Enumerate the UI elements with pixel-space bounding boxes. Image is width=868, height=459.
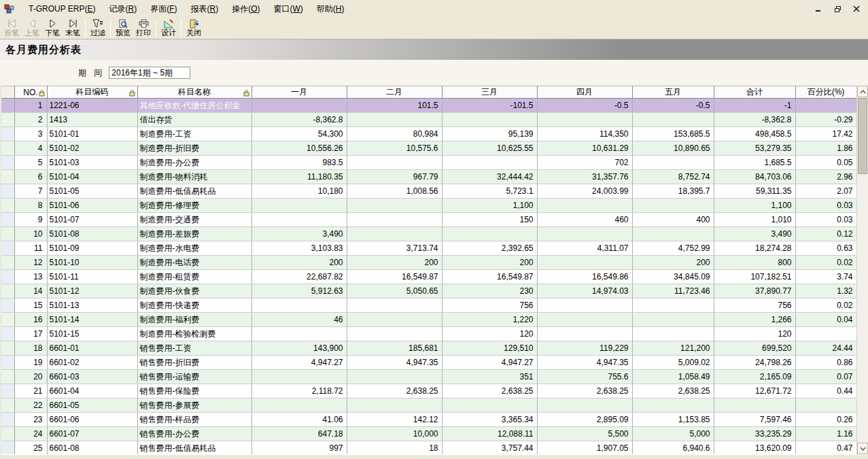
restore-button[interactable] <box>830 3 845 14</box>
cell-m1[interactable] <box>251 327 347 341</box>
row-indicator[interactable] <box>1 141 14 156</box>
cell-m5[interactable]: 400 <box>632 213 714 227</box>
cell-m2[interactable] <box>347 313 442 327</box>
cell-total[interactable]: 59,311.35 <box>714 184 795 199</box>
column-header-name[interactable]: 科目名称 <box>137 86 251 99</box>
cell-name[interactable]: 制造费用-电话费 <box>137 256 251 270</box>
column-header-percent[interactable]: 百分比(%) <box>795 86 856 99</box>
cell-m2[interactable] <box>347 156 442 170</box>
cell-code[interactable]: 5101-09 <box>47 241 137 256</box>
preview-button[interactable]: 预览 <box>113 18 133 39</box>
cell-code[interactable]: 5101-08 <box>47 227 137 241</box>
menu-item-window[interactable]: 窗口(W) <box>267 1 310 17</box>
cell-code[interactable]: 5101-06 <box>47 199 137 213</box>
cell-total[interactable]: -1 <box>714 99 795 113</box>
cell-m1[interactable]: 41.06 <box>251 413 347 427</box>
cell-total[interactable]: 24,798.26 <box>714 356 795 370</box>
cell-m2[interactable]: 1,008.56 <box>347 184 442 199</box>
cell-code[interactable]: 5101-10 <box>47 256 137 270</box>
cell-m5[interactable]: -0.5 <box>632 99 714 113</box>
close-button[interactable] <box>849 3 864 14</box>
cell-m4[interactable] <box>537 227 632 241</box>
cell-no[interactable]: 13 <box>14 270 47 284</box>
row-indicator[interactable] <box>1 99 14 113</box>
cell-name[interactable]: 销售费用-低值易耗品 <box>137 441 251 455</box>
cell-no[interactable]: 7 <box>14 184 47 199</box>
cell-m2[interactable]: 18 <box>347 441 442 455</box>
row-indicator[interactable] <box>1 313 14 327</box>
cell-m4[interactable] <box>537 113 632 127</box>
cell-m5[interactable] <box>632 398 714 413</box>
cell-no[interactable]: 17 <box>14 327 47 341</box>
row-indicator[interactable] <box>1 170 14 184</box>
cell-name[interactable]: 制造费用-水电费 <box>137 241 251 256</box>
cell-m1[interactable]: 22,687.82 <box>251 270 347 284</box>
cell-m2[interactable]: 10,000 <box>347 427 442 441</box>
cell-m5[interactable]: 5,000 <box>632 427 714 441</box>
cell-m1[interactable]: 11,180.35 <box>251 170 347 184</box>
cell-m5[interactable] <box>632 199 714 213</box>
cell-total[interactable]: 1,100 <box>714 199 795 213</box>
cell-m1[interactable] <box>251 398 347 413</box>
cell-m3[interactable]: 12,088.11 <box>442 427 537 441</box>
menu-item-records[interactable]: 记录(R) <box>102 1 143 17</box>
cell-no[interactable]: 6 <box>14 170 47 184</box>
cell-m5[interactable]: 5,009.02 <box>632 356 714 370</box>
cell-pct[interactable]: 0.86 <box>795 356 856 370</box>
column-header-mar[interactable]: 三月 <box>442 86 537 99</box>
cell-total[interactable]: 107,182.51 <box>714 270 795 284</box>
app-icon[interactable] <box>4 4 15 14</box>
cell-m4[interactable]: 119,229 <box>537 341 632 356</box>
cell-m2[interactable]: 16,549.87 <box>347 270 442 284</box>
cell-m3[interactable]: 1,100 <box>442 199 537 213</box>
cell-name[interactable]: 销售费用-参展费 <box>137 398 251 413</box>
cell-m1[interactable] <box>251 99 347 113</box>
cell-m2[interactable]: 200 <box>347 256 442 270</box>
cell-m4[interactable]: 1,907.05 <box>537 441 632 455</box>
column-header-no[interactable]: NO. <box>14 86 47 99</box>
scroll-down-button[interactable] <box>857 443 868 454</box>
cell-name[interactable]: 制造费用-交通费 <box>137 213 251 227</box>
cell-m1[interactable]: 5,912.63 <box>251 284 347 299</box>
cell-m3[interactable]: 10,625.55 <box>442 141 537 156</box>
cell-m2[interactable]: 101.5 <box>347 99 442 113</box>
cell-name[interactable]: 销售费用-样品费 <box>137 413 251 427</box>
cell-pct[interactable]: 0.47 <box>795 441 856 455</box>
cell-m5[interactable]: 6,940.6 <box>632 441 714 455</box>
column-header-jan[interactable]: 一月 <box>251 86 347 99</box>
cell-m2[interactable] <box>347 327 442 341</box>
menu-item-interface[interactable]: 界面(F) <box>143 1 184 17</box>
cell-no[interactable]: 21 <box>14 384 47 398</box>
cell-name[interactable]: 制造费用-修理费 <box>137 199 251 213</box>
cell-m1[interactable]: 54,300 <box>251 127 347 141</box>
menu-item-tgroup-erp[interactable]: T-GROUP ERP(E) <box>22 2 102 16</box>
cell-name[interactable]: 销售费用-办公费 <box>137 427 251 441</box>
scrollbar-thumb[interactable] <box>858 98 867 174</box>
cell-m3[interactable]: 351 <box>442 370 537 384</box>
cell-m3[interactable] <box>442 156 537 170</box>
cell-pct[interactable]: 0.44 <box>795 384 856 398</box>
cell-pct[interactable] <box>795 327 856 341</box>
cell-m5[interactable]: 121,200 <box>632 341 714 356</box>
cell-code[interactable]: 1221-06 <box>47 99 137 113</box>
cell-no[interactable]: 16 <box>14 313 47 327</box>
cell-code[interactable]: 6601-08 <box>47 441 137 455</box>
cell-m3[interactable] <box>442 227 537 241</box>
cell-pct[interactable]: 0.03 <box>795 199 856 213</box>
cell-total[interactable]: 84,703.06 <box>714 170 795 184</box>
cell-code[interactable]: 6601-07 <box>47 427 137 441</box>
cell-m1[interactable] <box>251 370 347 384</box>
cell-total[interactable]: 12,671.72 <box>714 384 795 398</box>
row-indicator[interactable] <box>1 199 14 213</box>
cell-m3[interactable]: 3,365.34 <box>442 413 537 427</box>
cell-m5[interactable]: 18,395.7 <box>632 184 714 199</box>
cell-pct[interactable]: 0.07 <box>795 370 856 384</box>
cell-total[interactable]: 1,266 <box>714 313 795 327</box>
cell-pct[interactable]: 2.07 <box>795 184 856 199</box>
cell-m3[interactable]: 4,947.27 <box>442 356 537 370</box>
cell-m5[interactable] <box>632 299 714 313</box>
cell-code[interactable]: 5101-07 <box>47 213 137 227</box>
row-indicator[interactable] <box>1 227 14 241</box>
cell-name[interactable]: 制造费用-办公费 <box>137 156 251 170</box>
cell-m1[interactable]: -8,362.8 <box>251 113 347 127</box>
